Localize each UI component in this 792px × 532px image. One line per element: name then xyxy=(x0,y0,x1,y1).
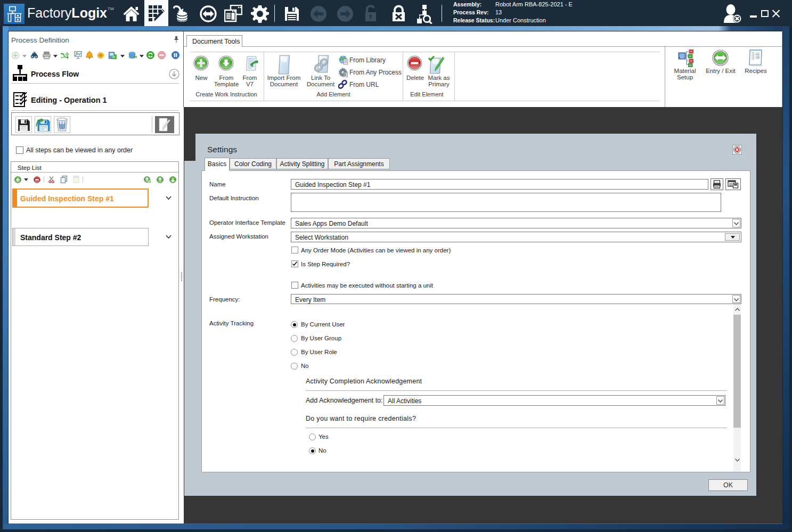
svg-text:MJ: MJ xyxy=(680,56,684,59)
